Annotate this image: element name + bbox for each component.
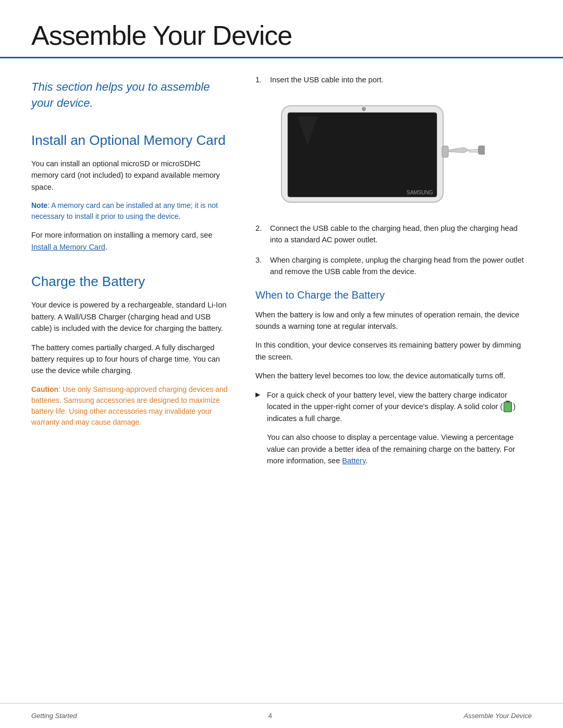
- when-to-charge-section: When to Charge the Battery When the batt…: [255, 287, 532, 467]
- left-column: This section helps you to assemble your …: [31, 74, 229, 486]
- step-2-text: Connect the USB cable to the charging he…: [270, 224, 518, 244]
- device-image: SAMSUNG: [255, 95, 495, 210]
- svg-rect-4: [479, 146, 485, 154]
- battery-body1: Your device is powered by a rechargeable…: [31, 299, 229, 334]
- note-label: Note: [31, 201, 47, 209]
- memory-card-note: Note: A memory card can be installed at …: [31, 200, 229, 222]
- caution-text: Caution: Use only Samsung-approved charg…: [31, 384, 229, 428]
- section-intro: This section helps you to assemble your …: [31, 79, 229, 112]
- memory-card-link-para: For more information on installing a mem…: [31, 229, 229, 253]
- step-1-num: 1.: [255, 74, 262, 85]
- battery-section: Charge the Battery Your device is powere…: [31, 272, 229, 428]
- when-to-charge-body1: When the battery is low and only a few m…: [255, 309, 532, 332]
- step-2: 2. Connect the USB cable to the charging…: [255, 223, 532, 246]
- footer-right-label: Assemble Your Device: [463, 711, 532, 721]
- step-1: 1. Insert the USB cable into the port.: [255, 74, 532, 85]
- content-area: This section helps you to assemble your …: [0, 74, 563, 486]
- right-column: 1. Insert the USB cable into the port.: [255, 74, 532, 486]
- memory-card-section: Install an Optional Memory Card You can …: [31, 130, 229, 253]
- battery-sub-para-suffix: .: [365, 456, 368, 465]
- when-to-charge-body2: In this condition, your device conserves…: [255, 339, 532, 363]
- caution-colon: :: [58, 385, 63, 393]
- battery-body2: The battery comes partially charged. A f…: [31, 342, 229, 377]
- page-title: Assemble Your Device: [31, 21, 532, 51]
- battery-sub-para-text: You can also choose to display a percent…: [267, 433, 515, 465]
- tablet-illustration: SAMSUNG: [266, 98, 485, 207]
- step-1-text: Insert the USB cable into the port.: [270, 76, 384, 84]
- footer-page-number: 4: [268, 711, 272, 721]
- battery-tips-list: For a quick check of your battery level,…: [255, 389, 532, 424]
- memory-card-heading: Install an Optional Memory Card: [31, 130, 229, 151]
- step-3: 3. When charging is complete, unplug the…: [255, 254, 532, 278]
- battery-heading: Charge the Battery: [31, 272, 229, 292]
- battery-icon: [504, 402, 512, 412]
- install-memory-card-link[interactable]: Install a Memory Card: [31, 243, 105, 251]
- page: Assemble Your Device This section helps …: [0, 0, 563, 728]
- svg-text:SAMSUNG: SAMSUNG: [407, 190, 433, 195]
- memory-card-body1: You can install an optional microSD or m…: [31, 158, 229, 193]
- battery-tip-1: For a quick check of your battery level,…: [255, 389, 532, 424]
- charging-steps: 1. Insert the USB cable into the port.: [255, 74, 532, 85]
- battery-link[interactable]: Battery: [342, 456, 365, 465]
- note-body: A memory card can be installed at any ti…: [31, 201, 218, 220]
- svg-point-2: [362, 107, 366, 111]
- when-to-charge-heading: When to Charge the Battery: [255, 287, 532, 303]
- when-to-charge-body3: When the battery level becomes too low, …: [255, 370, 532, 381]
- step-2-num: 2.: [255, 223, 262, 234]
- step-3-text: When charging is complete, unplug the ch…: [270, 256, 524, 276]
- memory-card-link-prefix: For more information on installing a mem…: [31, 231, 212, 239]
- battery-tip-1-part1: For a quick check of your battery level,…: [267, 391, 507, 411]
- svg-rect-3: [442, 146, 448, 157]
- footer-left-label: Getting Started: [31, 711, 77, 721]
- step-3-num: 3.: [255, 254, 262, 266]
- charging-steps-2: 2. Connect the USB cable to the charging…: [255, 223, 532, 278]
- page-footer: Getting Started 4 Assemble Your Device: [0, 703, 563, 729]
- page-header: Assemble Your Device: [0, 0, 563, 58]
- memory-card-link-suffix: .: [105, 243, 107, 251]
- caution-label: Caution: [31, 385, 58, 393]
- battery-sub-para: You can also choose to display a percent…: [255, 431, 532, 466]
